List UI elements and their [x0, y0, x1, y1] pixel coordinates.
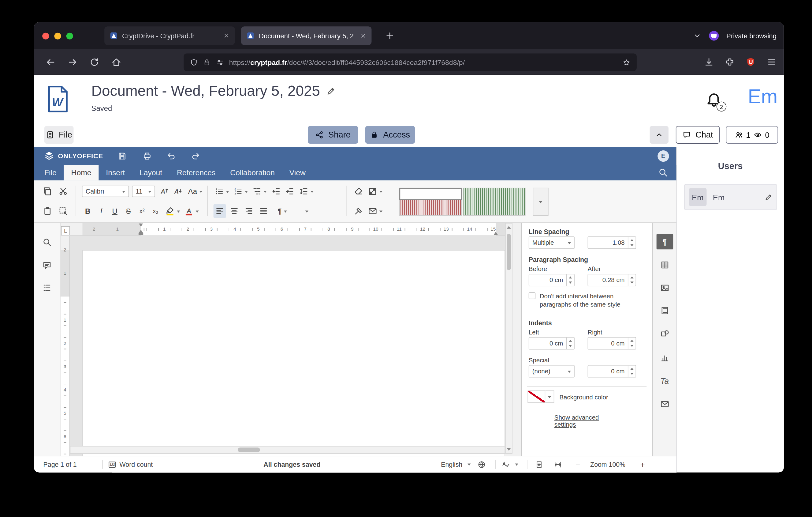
left-indent-marker[interactable] [139, 233, 143, 235]
word-count-button[interactable]: 123Word count [108, 460, 153, 469]
style-thumbnail-1[interactable] [399, 188, 462, 200]
vertical-scrollbar[interactable] [505, 223, 513, 454]
subscript-button[interactable]: x₂ [150, 204, 162, 218]
line-spacing-select[interactable]: Multiple [529, 237, 575, 249]
strikeout-button[interactable]: S [123, 204, 134, 218]
change-case-button[interactable]: Aa [186, 185, 204, 198]
menu-tab-layout[interactable]: Layout [132, 165, 170, 181]
font-name-combo[interactable]: Calibri [82, 186, 129, 197]
access-button[interactable]: Access [365, 126, 415, 144]
header-footer-settings-tab[interactable] [656, 303, 673, 319]
mail-merge-button[interactable] [367, 204, 384, 218]
home-button[interactable] [111, 57, 121, 67]
back-button[interactable] [45, 57, 56, 67]
document-page[interactable] [82, 250, 505, 456]
bullets-button[interactable] [213, 185, 230, 198]
spin-down-arrow[interactable] [567, 280, 574, 286]
mail-merge-settings-tab[interactable] [656, 396, 673, 412]
menu-tab-view[interactable]: View [282, 165, 313, 181]
h-scroll-thumb[interactable] [238, 447, 260, 452]
zoom-in-button[interactable]: + [640, 460, 645, 469]
presence-indicator[interactable]: 1 0 [726, 126, 778, 144]
indent-right-field[interactable]: 0 cm [588, 337, 636, 350]
zoom-out-button[interactable]: − [576, 460, 580, 469]
permissions-icon[interactable] [216, 58, 224, 66]
right-indent-marker[interactable] [494, 232, 498, 235]
extensions-button[interactable] [725, 57, 734, 67]
https-lock-icon[interactable] [203, 58, 211, 66]
document-title[interactable]: Document - Wed, February 5, 2025 [91, 83, 336, 100]
menu-tab-collaboration[interactable]: Collaboration [223, 165, 282, 181]
superscript-button[interactable]: x² [136, 204, 148, 218]
advanced-settings-link[interactable]: Show advanced settings [554, 414, 619, 428]
menu-tab-references[interactable]: References [170, 165, 223, 181]
spin-up-arrow[interactable] [629, 237, 636, 243]
no-interval-checkbox[interactable] [529, 293, 535, 299]
ublock-origin-button[interactable] [746, 57, 755, 67]
rename-user-icon[interactable] [764, 193, 773, 201]
downloads-button[interactable] [704, 57, 714, 67]
find-icon[interactable] [42, 237, 52, 247]
spin-down-arrow[interactable] [629, 371, 636, 377]
align-center-button[interactable] [228, 204, 240, 218]
scroll-up-arrow[interactable] [507, 226, 511, 228]
indent-left-field[interactable]: 0 cm [529, 337, 575, 350]
zoom-level[interactable]: Zoom 100% [590, 461, 626, 468]
text-art-settings-tab[interactable]: Ta [656, 373, 673, 388]
line-spacing-amount[interactable]: 1.08 [588, 237, 636, 249]
first-line-indent-marker[interactable] [139, 224, 143, 227]
undo-button[interactable] [167, 151, 176, 161]
set-document-language-button[interactable] [477, 460, 486, 469]
copy-button[interactable] [41, 185, 54, 198]
image-settings-tab[interactable] [656, 280, 673, 296]
print-button[interactable] [143, 151, 152, 161]
vertical-ruler[interactable]: 21123456 [61, 236, 70, 456]
align-right-button[interactable] [242, 204, 255, 218]
list-all-tabs-button[interactable] [693, 31, 701, 40]
styles-gallery-expand-button[interactable] [533, 188, 548, 216]
spacing-after-field[interactable]: 0.28 cm [588, 274, 636, 287]
spin-down-arrow[interactable] [629, 243, 636, 248]
numbering-button[interactable]: 123 [232, 185, 249, 198]
language-selector[interactable]: English [441, 461, 470, 468]
menu-tab-file[interactable]: File [37, 165, 64, 181]
new-tab-button[interactable] [385, 31, 395, 40]
chat-button[interactable]: Chat [676, 126, 720, 144]
page-indicator[interactable]: Page 1 of 1 [44, 461, 77, 468]
close-tab-icon[interactable] [360, 33, 366, 39]
minimize-window-button[interactable] [54, 32, 61, 39]
comments-icon[interactable] [42, 261, 52, 270]
chart-settings-tab[interactable] [656, 350, 673, 366]
special-amount-field[interactable]: 0 cm [588, 365, 636, 378]
search-icon[interactable] [658, 167, 668, 177]
redo-button[interactable] [191, 151, 200, 161]
paragraph-settings-tab[interactable]: ¶ [656, 234, 673, 250]
account-button[interactable]: Em [748, 85, 777, 108]
shape-settings-tab[interactable] [656, 326, 673, 341]
forward-button[interactable] [67, 57, 78, 67]
spin-up-arrow[interactable] [567, 337, 574, 343]
spin-down-arrow[interactable] [567, 343, 574, 349]
special-select[interactable]: (none) [529, 365, 575, 378]
menu-tab-home[interactable]: Home [64, 165, 99, 181]
spin-up-arrow[interactable] [567, 274, 574, 280]
spin-up-arrow[interactable] [629, 366, 636, 372]
collapse-toolbar-button[interactable] [650, 126, 668, 144]
navigation-icon[interactable] [42, 283, 52, 292]
multilevel-list-button[interactable] [251, 185, 268, 198]
edit-title-icon[interactable] [326, 87, 336, 96]
nonprinting-characters-button[interactable]: ¶ [274, 204, 291, 218]
spin-down-arrow[interactable] [629, 280, 636, 286]
spell-check-button[interactable] [501, 460, 518, 469]
browser-tab-cryptdrive[interactable]: CryptDrive - CryptPad.fr [104, 26, 235, 45]
paste-button[interactable] [41, 204, 54, 218]
background-color-swatch[interactable] [527, 390, 545, 403]
fit-width-button[interactable] [554, 460, 562, 469]
spin-up-arrow[interactable] [629, 337, 636, 343]
table-shading-button[interactable] [367, 185, 384, 198]
browser-tab-document[interactable]: Document - Wed, February 5, 2 [241, 26, 371, 45]
cut-button[interactable] [57, 185, 69, 198]
spacing-before-field[interactable]: 0 cm [529, 274, 575, 287]
v-scroll-thumb[interactable] [507, 234, 511, 270]
hanging-indent-marker[interactable] [139, 230, 143, 233]
